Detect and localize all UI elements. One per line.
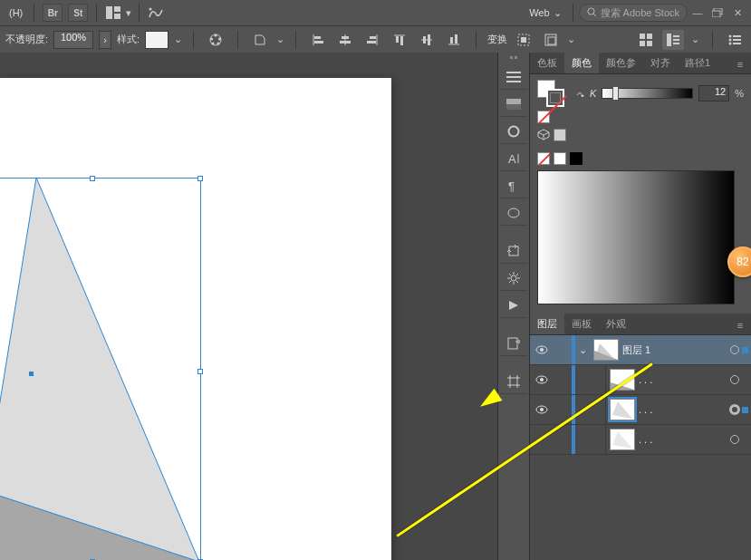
dock-play-icon[interactable]	[500, 293, 527, 318]
target-indicator[interactable]	[727, 404, 742, 415]
grad-black-button[interactable]	[570, 152, 583, 165]
tab-artboards[interactable]: 画板	[564, 314, 599, 334]
dock-swatch-icon[interactable]	[500, 92, 527, 117]
opacity-stepper[interactable]: ›	[99, 31, 111, 49]
svg-line-5	[593, 14, 596, 16]
tab-align[interactable]: 对齐	[643, 53, 678, 73]
separator	[34, 4, 34, 22]
gradient-spectrum[interactable]	[537, 170, 735, 304]
panel-options-button[interactable]	[662, 30, 684, 50]
workspace-preset-picker[interactable]: Web ⌄	[524, 7, 566, 19]
workspace-preset-label: Web	[529, 7, 549, 18]
tab-color-guide[interactable]: 颜色参	[599, 53, 643, 73]
list-menu-icon[interactable]	[724, 30, 746, 50]
bbox-handle-ne[interactable]	[197, 176, 203, 181]
slider-thumb[interactable]	[612, 86, 619, 101]
layer-name[interactable]: 图层 1	[622, 343, 727, 357]
dock-gear-icon[interactable]	[500, 266, 527, 291]
k-slider[interactable]	[602, 88, 693, 99]
tab-appearance[interactable]: 外观	[599, 314, 633, 334]
stock-button[interactable]: St	[68, 4, 88, 22]
align-top-button[interactable]	[389, 30, 410, 50]
dock-hamburger-icon[interactable]	[500, 64, 527, 90]
dock-grip-icon[interactable]	[504, 56, 524, 59]
svg-text:¶: ¶	[508, 179, 515, 192]
tab-swatches[interactable]: 色板	[530, 53, 564, 73]
layer-name[interactable]: . . .	[639, 434, 727, 445]
arrange-documents-button[interactable]	[102, 3, 124, 23]
separator	[295, 31, 296, 49]
transform-label[interactable]: 变换	[487, 33, 507, 46]
none-color-icon[interactable]	[537, 111, 550, 123]
layer-row[interactable]: . . .	[530, 425, 751, 455]
disclosure-toggle[interactable]: ⌄	[575, 344, 590, 356]
layer-name[interactable]: . . .	[639, 374, 727, 385]
tab-color[interactable]: 颜色	[564, 53, 599, 73]
align-left-button[interactable]	[307, 30, 329, 50]
svg-rect-30	[450, 37, 453, 43]
grid-icon[interactable]	[635, 30, 657, 50]
graphic-style-swatch[interactable]	[145, 31, 168, 49]
collapsed-dock: A ¶	[497, 53, 530, 560]
fill-stroke-proxy[interactable]	[537, 80, 570, 107]
svg-marker-72	[509, 301, 518, 310]
canvas[interactable]	[0, 53, 497, 560]
svg-point-61	[508, 208, 519, 217]
minimize-button[interactable]: —	[688, 4, 708, 22]
cube-mode-icon[interactable]	[537, 129, 550, 141]
target-indicator[interactable]	[727, 435, 742, 444]
align-hcenter-button[interactable]	[334, 30, 356, 50]
right-panels: 色板 颜色 颜色参 对齐 路径1 ≡ K 12 %	[530, 53, 751, 560]
visibility-toggle[interactable]	[530, 345, 554, 354]
target-indicator[interactable]	[727, 345, 742, 354]
dock-type-icon[interactable]: A	[500, 146, 527, 171]
chevron-down-icon: ⌄	[276, 34, 284, 45]
gpu-preview-icon[interactable]	[145, 3, 167, 23]
layer-row[interactable]: . . .	[530, 395, 751, 425]
grad-white-button[interactable]	[554, 152, 566, 165]
svg-rect-24	[396, 36, 399, 43]
chevron-down-icon: ⌄	[174, 34, 182, 45]
target-indicator[interactable]	[727, 375, 742, 384]
dock-artboard-icon[interactable]	[500, 369, 527, 394]
stock-search[interactable]: 搜索 Adobe Stock	[579, 4, 688, 22]
close-button[interactable]: ✕	[727, 4, 747, 22]
grad-none-button[interactable]	[537, 152, 550, 165]
gradient-panel	[530, 147, 751, 314]
dock-export-icon[interactable]	[500, 331, 527, 356]
dock-paragraph-icon[interactable]: ¶	[500, 173, 527, 198]
align-vcenter-button[interactable]	[416, 30, 438, 50]
stroke-proxy[interactable]	[546, 89, 564, 107]
layer-name[interactable]: . . .	[639, 404, 727, 415]
isolate-button[interactable]	[513, 30, 534, 50]
restore-button[interactable]	[708, 4, 727, 22]
selection-indicator	[742, 347, 751, 353]
dock-brushes-icon[interactable]	[500, 119, 527, 144]
layer-row[interactable]: ⌄ 图层 1	[530, 335, 751, 365]
svg-point-4	[588, 8, 594, 14]
dock-transform-icon[interactable]	[500, 238, 527, 264]
panel-flyout-menu[interactable]: ≡	[729, 316, 751, 334]
swap-fill-stroke-icon[interactable]	[575, 90, 584, 97]
separator	[712, 31, 713, 49]
tab-layers[interactable]: 图层	[530, 314, 564, 334]
recolor-artwork-button[interactable]	[205, 30, 226, 50]
visibility-toggle[interactable]	[530, 375, 554, 384]
opacity-input[interactable]: 100%	[53, 31, 93, 49]
visibility-toggle[interactable]	[530, 405, 554, 414]
bridge-button[interactable]: Br	[43, 4, 63, 22]
bbox-handle-e[interactable]	[197, 369, 203, 374]
align-bottom-button[interactable]	[443, 30, 465, 50]
edit-clip-button[interactable]	[540, 30, 562, 50]
bbox-handle-n[interactable]	[90, 176, 95, 181]
align-right-button[interactable]	[361, 30, 383, 50]
doc-setup-button[interactable]	[249, 30, 271, 50]
chevron-down-icon: ▾	[124, 7, 133, 19]
dock-stroke-icon[interactable]	[500, 200, 527, 226]
k-value-input[interactable]: 12	[698, 85, 729, 101]
tab-pathfinder[interactable]: 路径1	[678, 53, 717, 73]
selection-bounds	[0, 178, 201, 560]
panel-flyout-menu[interactable]: ≡	[729, 55, 751, 73]
indent	[575, 425, 606, 454]
current-tint-swatch[interactable]	[554, 129, 566, 141]
